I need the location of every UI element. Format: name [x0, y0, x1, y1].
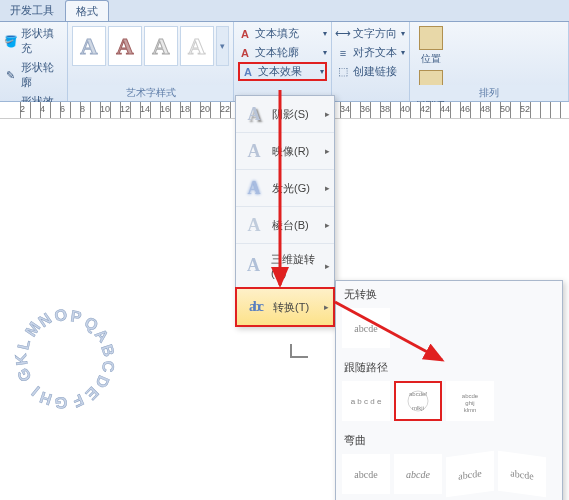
- text-group: A文本填充▾ A文本轮廓▾ A文本效果▾: [234, 22, 332, 101]
- text-fill-button[interactable]: A文本填充▾: [238, 24, 327, 43]
- svg-text:abcde: abcde: [462, 393, 479, 399]
- ruler-tick: 16: [160, 104, 170, 114]
- transform-path-1[interactable]: a b c d e: [342, 381, 390, 421]
- transform-section-path: 跟随路径: [338, 356, 560, 379]
- pen-icon: ✎: [4, 68, 18, 82]
- shadow-icon: A: [242, 104, 266, 124]
- text-effects-button[interactable]: A文本效果▾: [238, 62, 327, 81]
- position-icon: [419, 26, 443, 50]
- transform-warp-4[interactable]: abcde: [498, 451, 546, 498]
- path-button-icon: abcdeghijklmn: [450, 386, 490, 416]
- ruler-tick: 52: [520, 104, 530, 114]
- rotate-3d-icon: A: [242, 256, 265, 276]
- ruler-tick: 2: [20, 104, 25, 114]
- text-outline-button[interactable]: A文本轮廓▾: [238, 43, 327, 62]
- direction-icon: ⟷: [336, 27, 350, 41]
- ruler-tick: 42: [420, 104, 430, 114]
- ruler-tick: 44: [440, 104, 450, 114]
- transform-none-option[interactable]: abcde: [342, 308, 390, 348]
- ruler-tick: 12: [120, 104, 130, 114]
- circle-char: G: [54, 393, 67, 412]
- link-icon: ⬚: [336, 65, 350, 79]
- transform-warp-1[interactable]: abcde: [342, 454, 390, 494]
- transform-section-warp: 弯曲: [338, 429, 560, 452]
- wordart-group: A A A A ▾ 艺术字样式: [68, 22, 234, 101]
- ruler-tick: 46: [460, 104, 470, 114]
- chevron-right-icon: ▸: [325, 183, 330, 193]
- ruler-tick: 48: [480, 104, 490, 114]
- chevron-down-icon: ▾: [323, 29, 327, 38]
- tab-developer[interactable]: 开发工具: [0, 0, 65, 21]
- ruler-tick: 4: [40, 104, 45, 114]
- transform-icon: abc: [243, 297, 267, 317]
- path-circle-icon: abcdefmlkji: [398, 386, 438, 416]
- wordart-circle-text[interactable]: ABCDEFGHIGKLMNOPQ: [0, 294, 130, 424]
- ruler-tick: 22: [220, 104, 230, 114]
- svg-text:klmn: klmn: [464, 407, 477, 413]
- reflection-icon: A: [242, 141, 266, 161]
- fx-3d-rotation-item[interactable]: A三维旋转(D)▸: [236, 244, 334, 288]
- transform-warp-2[interactable]: abcde: [394, 454, 442, 494]
- text-outline-icon: A: [238, 46, 252, 60]
- page-corner-mark: [290, 344, 308, 358]
- chevron-right-icon: ▸: [325, 109, 330, 119]
- wordart-style-4[interactable]: A: [180, 26, 214, 66]
- align-text-button[interactable]: ≡对齐文本▾: [336, 43, 405, 62]
- transform-section-none: 无转换: [338, 283, 560, 306]
- svg-text:abcdef: abcdef: [409, 391, 427, 397]
- wordart-style-3[interactable]: A: [144, 26, 178, 66]
- chevron-right-icon: ▸: [325, 220, 330, 230]
- wordart-style-2[interactable]: A: [108, 26, 142, 66]
- transform-path-2[interactable]: abcdefmlkji: [394, 381, 442, 421]
- svg-text:mlkji: mlkji: [412, 405, 424, 411]
- chevron-right-icon: ▸: [325, 146, 330, 156]
- transform-warp-3[interactable]: abcde: [446, 451, 494, 498]
- ruler-tick: 14: [140, 104, 150, 114]
- svg-text:ghij: ghij: [465, 400, 474, 406]
- circle-char: L: [14, 338, 34, 352]
- glow-icon: A: [242, 178, 266, 198]
- circle-char: O: [53, 306, 69, 326]
- ruler-tick: 36: [360, 104, 370, 114]
- ruler-tick: 20: [200, 104, 210, 114]
- fx-reflection-item[interactable]: A映像(R)▸: [236, 133, 334, 170]
- ruler-tick: 38: [380, 104, 390, 114]
- circle-char: P: [70, 307, 83, 326]
- tab-format[interactable]: 格式: [65, 0, 109, 21]
- fx-shadow-item[interactable]: A阴影(S)▸: [236, 96, 334, 133]
- ruler-tick: 40: [400, 104, 410, 114]
- transform-path-3[interactable]: abcdeghijklmn: [446, 381, 494, 421]
- wordart-group-label: 艺术字样式: [68, 85, 233, 101]
- align-icon: ≡: [336, 46, 350, 60]
- ribbon: 🪣形状填充 ✎形状轮廓 ◧形状效果 A A A A ▾ 艺术字样式 A文本填充▾…: [0, 22, 569, 102]
- ruler-tick: 10: [100, 104, 110, 114]
- circle-char: H: [38, 388, 55, 409]
- chevron-right-icon: ▸: [324, 302, 329, 312]
- position-button[interactable]: 位置: [414, 24, 448, 68]
- shape-outline-button[interactable]: ✎形状轮廓: [4, 58, 63, 92]
- text-effects-icon: A: [241, 65, 255, 79]
- bevel-icon: A: [242, 215, 266, 235]
- create-link-button[interactable]: ⬚创建链接: [336, 62, 405, 81]
- text-fill-icon: A: [238, 27, 252, 41]
- shape-fill-button[interactable]: 🪣形状填充: [4, 24, 63, 58]
- path-arc-icon: a b c d e: [346, 386, 386, 416]
- wordart-style-1[interactable]: A: [72, 26, 106, 66]
- text-effects-menu: A阴影(S)▸ A映像(R)▸ A发光(G)▸ A棱台(B)▸ A三维旋转(D)…: [235, 95, 335, 327]
- fx-transform-item[interactable]: abc转换(T)▸: [235, 287, 335, 327]
- transform-submenu: 无转换 abcde 跟随路径 a b c d e abcdefmlkji abc…: [335, 280, 563, 500]
- circle-char: C: [98, 360, 116, 372]
- ruler-tick: 50: [500, 104, 510, 114]
- arrange-group: 位置 自动换行 上移一层▾ 下移一层▾ 选择窗格 排列: [410, 22, 569, 101]
- wordart-more-button[interactable]: ▾: [216, 26, 229, 66]
- chevron-down-icon: ▾: [323, 48, 327, 57]
- text-direction-button[interactable]: ⟷文字方向▾: [336, 24, 405, 43]
- chevron-down-icon: ▾: [320, 67, 324, 76]
- fx-bevel-item[interactable]: A棱台(B)▸: [236, 207, 334, 244]
- ruler-tick: 6: [60, 104, 65, 114]
- fx-glow-item[interactable]: A发光(G)▸: [236, 170, 334, 207]
- circle-char: G: [14, 365, 36, 385]
- ruler-tick: 18: [180, 104, 190, 114]
- arrange-group-label: 排列: [410, 85, 568, 101]
- ruler-tick: 34: [340, 104, 350, 114]
